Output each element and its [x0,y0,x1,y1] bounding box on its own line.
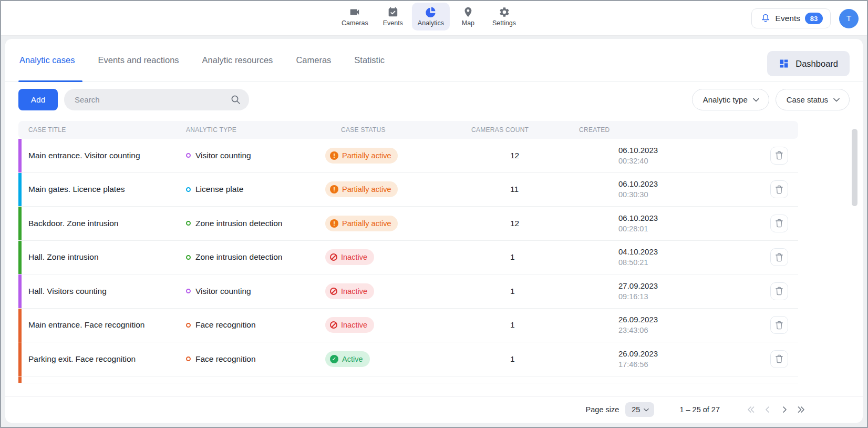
delete-case-button[interactable] [770,350,788,368]
case-status-cell: Active [325,351,491,367]
status-label: Inactive [341,287,367,295]
page-size-select[interactable]: 25 [625,402,654,417]
case-color-stripe [18,376,22,383]
delete-case-button[interactable] [770,282,788,300]
actions-cell [770,282,798,300]
bell-icon [760,13,771,24]
chevron-down-icon [644,408,649,412]
case-color-stripe [18,207,22,240]
cameras-count: 1 [491,320,618,330]
case-title: Hall. Zone intrusion [28,252,186,262]
last-page-button[interactable] [794,403,808,416]
status-icon [330,355,338,363]
nav-item-map[interactable]: Map [453,3,483,30]
analytic-type-ring-icon [186,221,191,226]
case-status-filter[interactable]: Case status [776,89,850,110]
analytic-type-label: Zone intrusion detection [195,252,282,262]
analytic-type-ring-icon [186,323,191,328]
events-button-label: Events [776,14,800,23]
top-bar: Cameras Events Analytics Map Settings Ev… [1,1,867,36]
case-title: Main gates. Licence plates [28,185,186,194]
tab-analytic-resources[interactable]: Analytic resources [201,53,274,67]
created-time: 00:32:40 [618,156,770,167]
case-color-stripe [18,342,22,376]
status-badge: Partially active [325,148,398,164]
nav-item-settings[interactable]: Settings [487,3,522,30]
gear-icon [498,6,510,18]
table-row[interactable]: Hall. Zone intrusion Zone intrusion dete… [18,241,798,275]
search-input[interactable] [64,89,249,110]
tab-events-and-reactions[interactable]: Events and reactions [97,53,180,67]
created-time: 23:43:06 [618,325,770,336]
trash-icon [775,185,783,194]
trash-icon [775,321,783,330]
events-notifications-button[interactable]: Events 83 [751,8,831,28]
page-size-value: 25 [632,405,640,414]
table-row[interactable]: Hall. Visitors counting Visitor counting… [18,274,798,309]
analytic-type-cell: Face recognition [186,354,325,364]
created-time: 00:28:01 [618,223,770,235]
delete-case-button[interactable] [770,147,788,165]
delete-case-button[interactable] [770,180,788,198]
created-date: 06.10.2023 [618,178,770,189]
status-label: Inactive [341,253,367,261]
table-row-partially-visible[interactable] [18,376,798,383]
status-badge: Partially active [325,181,398,197]
analytic-type-label: Visitor counting [195,151,251,160]
nav-item-events[interactable]: Events [377,3,409,30]
first-page-button[interactable] [744,403,758,416]
column-case-title: CASE TITLE [28,126,186,134]
trash-icon [775,219,783,228]
table-row[interactable]: Main entrance. Visitor counting Visitor … [18,139,798,173]
dashboard-button-label: Dashboard [795,59,838,69]
search-icon [231,95,241,105]
next-page-button[interactable] [778,403,791,416]
actions-cell [770,248,798,266]
analytic-type-ring-icon [186,187,191,192]
status-icon [330,151,338,160]
cameras-count: 1 [491,354,618,364]
tab-cameras[interactable]: Cameras [295,53,332,67]
nav-item-cameras[interactable]: Cameras [336,3,374,30]
analytics-page-card: Analytic cases Events and reactions Anal… [5,39,863,423]
nav-item-analytics[interactable]: Analytics [412,3,450,30]
previous-page-button[interactable] [761,403,774,416]
table-scrollbar-thumb[interactable] [852,129,857,206]
case-color-stripe [18,274,22,308]
table-row[interactable]: Parking exit. Face recognition Face reco… [18,342,798,376]
delete-case-button[interactable] [770,215,788,232]
double-chevron-right-icon [798,406,805,413]
delete-case-button[interactable] [770,316,788,334]
nav-label: Cameras [342,19,368,27]
status-badge: Inactive [325,317,374,333]
add-case-button[interactable]: Add [18,89,58,110]
created-date: 06.10.2023 [618,212,770,223]
trash-icon [775,151,783,160]
chevron-right-icon [781,406,788,413]
user-avatar[interactable]: T [839,9,859,28]
created-cell: 27.09.2023 09:16:13 [618,280,770,302]
dashboard-button[interactable]: Dashboard [767,51,850,76]
analytic-type-cell: Zone intrusion detection [186,252,325,262]
table-row[interactable]: Main gates. Licence plates License plate… [18,173,798,207]
tab-statistic[interactable]: Statistic [353,53,386,67]
tab-analytic-cases[interactable]: Analytic cases [18,53,76,67]
table-row[interactable]: Main entrance. Face recognition Face rec… [18,309,798,343]
created-cell: 06.10.2023 00:30:30 [618,178,770,200]
analytic-type-label: Face recognition [195,320,256,330]
actions-cell [770,316,798,334]
analytic-type-cell: Zone intrusion detection [186,219,325,228]
nav-label: Analytics [418,19,444,27]
analytic-type-cell: License plate [186,185,325,194]
analytic-type-filter[interactable]: Analytic type [692,89,769,110]
case-title: Main entrance. Face recognition [28,320,186,330]
actions-cell [770,180,798,198]
double-chevron-left-icon [747,406,755,413]
table-row[interactable]: Backdoor. Zone intrusion Zone intrusion … [18,207,798,241]
trash-icon [775,287,783,295]
created-time: 08:50:21 [618,257,770,268]
case-status-cell: Inactive [325,317,491,333]
delete-case-button[interactable] [770,248,788,266]
cameras-count: 12 [491,219,618,228]
status-icon [330,219,338,228]
